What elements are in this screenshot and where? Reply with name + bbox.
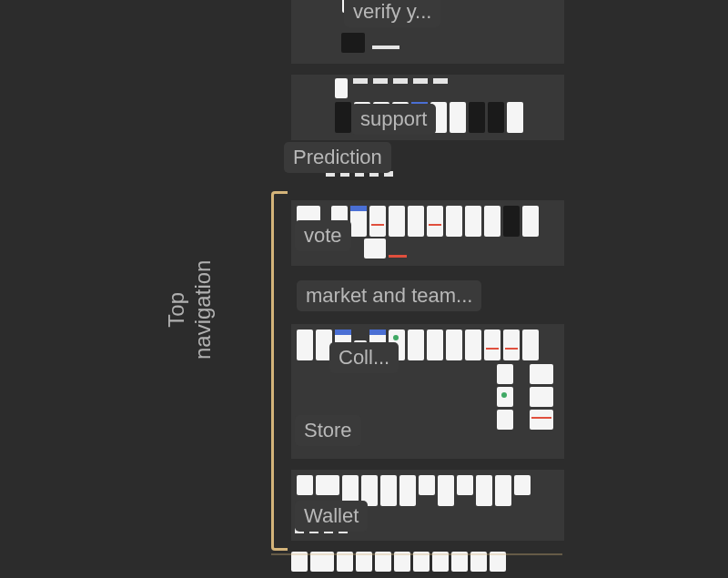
- screen-thumb[interactable]: [465, 330, 481, 360]
- frame-group-support[interactable]: support: [291, 75, 564, 140]
- section-divider: [271, 553, 562, 555]
- screen-thumb[interactable]: [427, 330, 443, 360]
- frame-label-market[interactable]: market and team...: [297, 280, 481, 311]
- screen-thumb[interactable]: [497, 387, 513, 407]
- thumb-column: [530, 364, 553, 430]
- frame-label-vote[interactable]: vote: [295, 220, 351, 251]
- frame-group-market[interactable]: market and team...: [291, 277, 564, 313]
- dash-thumb[interactable]: [373, 78, 388, 84]
- screen-thumb[interactable]: [408, 206, 424, 237]
- frame-label-store[interactable]: Store: [295, 415, 361, 446]
- dash-thumb[interactable]: [413, 78, 428, 84]
- screen-thumb[interactable]: [364, 238, 386, 259]
- thumb-row: [335, 78, 559, 98]
- screen-thumb[interactable]: [389, 206, 405, 237]
- screen-thumb[interactable]: [522, 330, 539, 360]
- dash-thumb[interactable]: [353, 78, 368, 84]
- frame-label-support[interactable]: support: [351, 104, 436, 135]
- screen-thumb[interactable]: [530, 387, 553, 407]
- frame-label-wallet[interactable]: Wallet: [295, 501, 368, 532]
- screen-thumb[interactable]: [530, 364, 553, 384]
- screen-thumb[interactable]: [438, 475, 454, 506]
- screen-thumb[interactable]: [495, 475, 511, 506]
- screen-thumb[interactable]: [316, 475, 339, 495]
- screen-thumb[interactable]: [465, 206, 481, 237]
- screen-thumb[interactable]: [514, 475, 531, 495]
- frame-group-vote[interactable]: vote: [291, 200, 564, 266]
- screen-thumb[interactable]: [457, 475, 473, 495]
- screen-thumb[interactable]: [503, 206, 520, 237]
- screen-thumb[interactable]: [484, 330, 500, 360]
- frame-group-partial[interactable]: [291, 552, 564, 578]
- screen-thumb[interactable]: [335, 78, 348, 98]
- dash-thumb[interactable]: [393, 78, 408, 84]
- frame-group-wallet[interactable]: Wallet: [291, 470, 564, 541]
- screen-thumb[interactable]: [335, 102, 351, 133]
- screen-thumb[interactable]: [497, 364, 513, 384]
- screen-thumb[interactable]: [399, 475, 416, 506]
- frame-group-verify[interactable]: verify y...: [291, 0, 564, 64]
- canvas-stack: verify y... support: [291, 0, 564, 578]
- section-label: Top navigation: [164, 260, 217, 360]
- section-bracket: [271, 191, 288, 551]
- accent-bar: [389, 255, 407, 258]
- screen-thumb[interactable]: [507, 102, 523, 133]
- frame-group-collection-store[interactable]: Coll... Store: [291, 324, 564, 459]
- screen-thumb[interactable]: [341, 33, 365, 53]
- screen-thumb[interactable]: [476, 475, 492, 506]
- screen-thumb[interactable]: [446, 206, 462, 237]
- frame-group-prediction[interactable]: Prediction: [291, 151, 564, 186]
- screen-thumb[interactable]: [522, 206, 539, 237]
- dash-thumb[interactable]: [433, 78, 448, 84]
- screen-thumb[interactable]: [450, 102, 466, 133]
- frame-label-prediction[interactable]: Prediction: [284, 142, 391, 173]
- screen-thumb[interactable]: [469, 102, 485, 133]
- screen-thumb[interactable]: [503, 330, 520, 360]
- screen-thumb[interactable]: [446, 330, 462, 360]
- thumb-row: [341, 33, 399, 56]
- screen-thumb[interactable]: [530, 410, 553, 430]
- section-label-line2: navigation: [190, 260, 217, 360]
- frame-label-coll[interactable]: Coll...: [329, 342, 399, 373]
- screen-thumb[interactable]: [297, 475, 313, 495]
- screen-thumb[interactable]: [497, 410, 513, 430]
- frame-label-verify[interactable]: verify y...: [344, 0, 440, 27]
- screen-thumb[interactable]: [372, 46, 399, 49]
- screen-thumb[interactable]: [369, 206, 386, 237]
- screen-thumb[interactable]: [408, 330, 424, 360]
- screen-thumb[interactable]: [484, 206, 500, 237]
- screen-thumb[interactable]: [350, 206, 367, 237]
- screen-thumb[interactable]: [488, 102, 504, 133]
- screen-thumb[interactable]: [427, 206, 443, 237]
- screen-thumb[interactable]: [297, 330, 313, 360]
- thumb-row: [364, 238, 407, 259]
- screen-thumb[interactable]: [419, 475, 435, 495]
- thumb-column: [497, 364, 513, 430]
- screen-thumb[interactable]: [380, 475, 397, 506]
- section-label-line1: Top: [164, 260, 190, 360]
